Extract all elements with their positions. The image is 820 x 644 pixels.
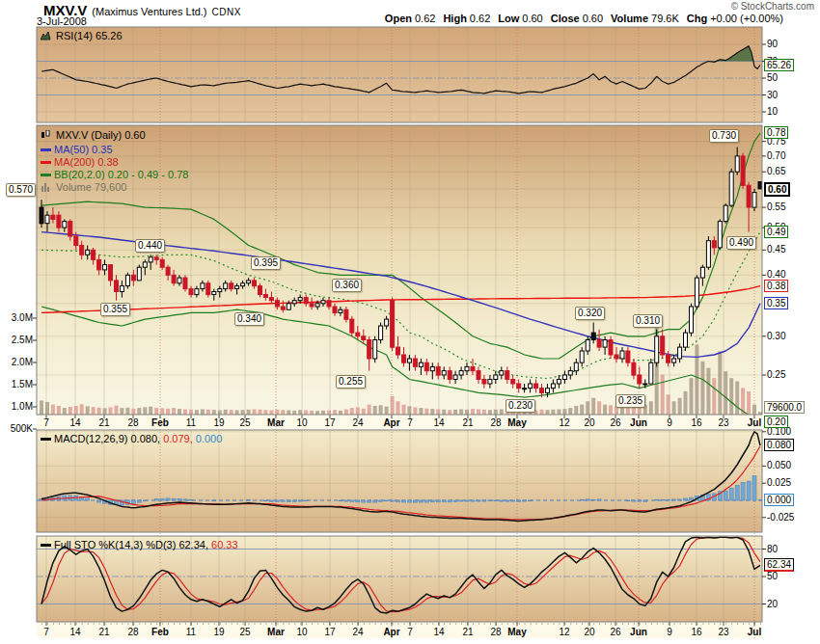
date-tick-label: 16 <box>691 627 701 637</box>
date-tick-label: 28 <box>490 627 501 637</box>
date-tick-label: 14 <box>69 627 80 637</box>
date-tick-label: 12 <box>559 627 569 637</box>
date-tick-label: 28 <box>127 627 138 637</box>
date-tick-label: Jul <box>748 627 761 637</box>
sto-axis-tick: 50 <box>767 572 778 581</box>
date-tick-label: Feb <box>151 627 169 637</box>
date-tick-label: 11 <box>186 627 196 637</box>
date-tick-label: 7 <box>407 627 413 637</box>
date-tick-label: Jun <box>630 417 647 428</box>
date-tick-label: 10 <box>296 627 307 637</box>
sto-legend: Full STO %K(14,3) %D(3) 62.34, 60.33 <box>41 539 238 550</box>
rsi-legend-label: RSI(14) 65.26 <box>56 30 122 41</box>
price-axis-tick: 0.65 <box>767 167 785 176</box>
date-tick-label: 20 <box>584 417 594 428</box>
sto-axis-tick: 20 <box>767 600 778 609</box>
date-tick-label: 7 <box>407 417 413 428</box>
rsi-axis-tick: 30 <box>767 91 778 100</box>
axis-value-box: 0.38 <box>764 280 788 292</box>
date-tick-label: 20 <box>584 627 594 637</box>
date-tick-label: 25 <box>239 627 250 637</box>
volume-axis-tick: 500K <box>0 424 33 434</box>
date-tick-label: Mar <box>267 417 285 428</box>
price-annotation: 0.360 <box>332 279 362 292</box>
axis-value-box: 0.35 <box>764 297 788 309</box>
macd-axis-tick: 0.025 <box>767 478 791 488</box>
price-annotation: 0.310 <box>633 314 663 328</box>
price-axis-tick: 0.25 <box>767 370 785 380</box>
price-annotation: 0.570 <box>6 183 36 197</box>
date-tick-label: May <box>507 417 526 428</box>
date-tick-label: 9 <box>667 417 672 428</box>
main-legend-title: MXV.V (Daily) 0.60 <box>41 129 146 141</box>
price-annotation: 0.320 <box>575 307 605 320</box>
axis-value-box: 79600.0 <box>764 401 805 414</box>
price-axis-tick: 0.45 <box>767 245 785 255</box>
macd-axis-tick: 0.100 <box>767 427 791 437</box>
candles-icon <box>41 130 51 140</box>
date-tick-label: 10 <box>296 417 307 428</box>
date-tick-label: May <box>507 627 526 637</box>
date-tick-label: Feb <box>151 417 169 428</box>
date-tick-label: 7 <box>43 627 49 637</box>
volume-axis-tick: 3.0M <box>0 313 33 323</box>
price-annotation: 0.490 <box>726 236 756 250</box>
axis-value-box: 0.080 <box>764 439 794 451</box>
date-tick-label: 28 <box>127 417 138 428</box>
ma200-legend: MA(200) 0.38 <box>41 156 119 168</box>
date-tick-label: 23 <box>718 627 728 637</box>
macd-axis-tick: -0.025 <box>767 513 794 523</box>
date-tick-label: 17 <box>324 417 335 428</box>
indicator-icon <box>41 31 51 40</box>
date-tick-label: 24 <box>352 417 363 428</box>
volume-axis-tick: 2.0M <box>0 358 33 367</box>
rsi-axis-tick: 90 <box>767 40 778 49</box>
date-tick-label: 23 <box>718 417 728 428</box>
price-annotation: 0.340 <box>234 312 264 326</box>
macd-axis-tick: 0.050 <box>767 461 791 470</box>
axis-value-box: 65.26 <box>764 59 794 71</box>
date-tick-label: Apr <box>383 417 399 428</box>
volume-bars-icon <box>41 182 51 192</box>
rsi-axis-tick: 10 <box>767 107 778 117</box>
volume-axis-tick: 1.0M <box>0 402 33 412</box>
axis-value-box: 62.34 <box>764 558 794 572</box>
date-tick-label: 14 <box>433 417 444 428</box>
ma200-swatch <box>41 161 51 164</box>
date-tick-label: 19 <box>213 417 224 428</box>
date-tick-label: 17 <box>324 627 335 637</box>
macd-swatch <box>41 438 51 441</box>
ma50-legend: MA(50) 0.35 <box>41 144 113 155</box>
date-tick-label: 24 <box>352 627 363 637</box>
stockcharts-daily-chart: MXV.V(Maximus Ventures Ltd.)CDNX 3-Jul-2… <box>0 0 820 644</box>
rsi-legend: RSI(14) 65.26 <box>41 30 123 41</box>
price-annotation: 0.395 <box>251 256 281 270</box>
price-axis-tick: 0.40 <box>767 270 785 280</box>
price-annotation: 0.230 <box>506 399 535 413</box>
date-tick-label: 21 <box>462 627 473 637</box>
price-annotation: 0.235 <box>615 394 645 408</box>
date-tick-label: 19 <box>213 627 224 637</box>
date-tick-label: 21 <box>462 417 473 428</box>
axis-value-box: 0.60 <box>764 182 790 197</box>
date-tick-label: 26 <box>610 627 620 637</box>
sto-swatch <box>41 544 51 547</box>
axis-value-box: 0.78 <box>764 126 788 139</box>
date-tick-label: 9 <box>667 627 672 637</box>
sto-axis-tick: 80 <box>767 545 778 554</box>
rsi-axis-tick: 50 <box>767 73 778 83</box>
date-tick-label: 12 <box>559 417 569 428</box>
date-tick-label: 7 <box>43 417 49 428</box>
date-tick-label: 21 <box>98 627 109 637</box>
date-tick-label: Mar <box>267 627 285 637</box>
date-tick-label: Apr <box>383 627 399 637</box>
date-tick-label: 26 <box>610 417 620 428</box>
price-annotation: 0.440 <box>135 239 165 253</box>
axis-value-box: 0.000 <box>764 494 794 506</box>
price-annotation: 0.730 <box>709 129 739 143</box>
date-tick-label: 14 <box>433 627 444 637</box>
date-tick-label: 21 <box>98 417 109 428</box>
volume-legend: Volume 79,600 <box>41 181 126 193</box>
date-tick-label: 16 <box>691 417 701 428</box>
price-annotation: 0.355 <box>100 303 130 316</box>
